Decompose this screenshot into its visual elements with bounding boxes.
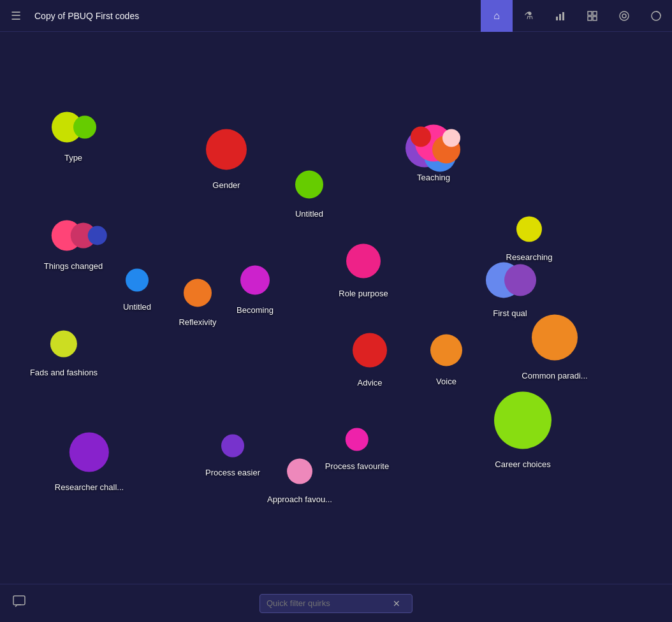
bubble-group-first-qual bbox=[479, 256, 541, 305]
node-researcher-chall[interactable]: Researcher chall... bbox=[55, 426, 124, 492]
filter-clear-button[interactable]: ✕ bbox=[388, 595, 405, 612]
node-label-career-choices: Career choices bbox=[495, 459, 550, 469]
node-approach-favou[interactable]: Approach favou... bbox=[267, 452, 332, 504]
svg-rect-2 bbox=[562, 12, 564, 20]
node-career-choices[interactable]: Career choices bbox=[481, 386, 564, 469]
svg-rect-4 bbox=[593, 11, 597, 15]
bubble-first-qual-1 bbox=[504, 264, 536, 296]
node-label-becoming: Becoming bbox=[237, 305, 274, 315]
bubble-group-untitled2 bbox=[113, 263, 161, 298]
node-label-approach-favou: Approach favou... bbox=[267, 495, 332, 504]
node-gender[interactable]: Gender bbox=[193, 123, 259, 190]
bubble-process-easier-0 bbox=[221, 435, 244, 458]
node-untitled2[interactable]: Untitled bbox=[113, 263, 161, 312]
bubble-researcher-chall-0 bbox=[69, 433, 109, 472]
node-role-purpose[interactable]: Role purpose bbox=[333, 238, 393, 298]
node-becoming[interactable]: Becoming bbox=[228, 259, 282, 315]
bubble-group-researcher-chall bbox=[57, 426, 122, 479]
bubble-group-type bbox=[45, 106, 101, 149]
nav-circle2[interactable] bbox=[640, 0, 672, 32]
bubble-group-career-choices bbox=[481, 386, 564, 456]
main-canvas: TypeGenderUntitledTeachingThings changed… bbox=[0, 32, 672, 584]
bubble-fads-fashions-0 bbox=[50, 331, 77, 358]
node-label-role-purpose: Role purpose bbox=[339, 289, 388, 298]
nav-filter[interactable]: ⚗ bbox=[513, 0, 544, 32]
node-label-process-favourite: Process favourite bbox=[325, 461, 389, 471]
node-label-type: Type bbox=[64, 153, 82, 163]
app-title: Copy of PBUQ First codes bbox=[34, 11, 139, 21]
bubble-untitled2-0 bbox=[126, 269, 149, 292]
nav-grid[interactable] bbox=[576, 0, 608, 32]
nav-icons: ⌂ ⚗ bbox=[481, 0, 672, 31]
bubble-process-favourite-0 bbox=[346, 428, 369, 451]
filter-input-wrap: ✕ bbox=[259, 594, 413, 613]
node-label-untitled2: Untitled bbox=[123, 302, 151, 312]
node-label-common-paradi: Common paradi... bbox=[522, 371, 587, 380]
bubble-untitled1-0 bbox=[295, 171, 323, 199]
node-label-process-easier: Process easier bbox=[205, 468, 260, 477]
bubble-type-1 bbox=[73, 116, 96, 139]
topbar: ☰ Copy of PBUQ First codes ⌂ ⚗ bbox=[0, 0, 672, 32]
chat-icon[interactable] bbox=[13, 595, 26, 611]
node-label-fads-fashions: Fads and fashions bbox=[30, 368, 98, 377]
node-label-gender: Gender bbox=[212, 180, 240, 190]
node-researching[interactable]: Researching bbox=[504, 210, 555, 262]
node-process-favourite[interactable]: Process favourite bbox=[325, 422, 389, 471]
nav-chart[interactable] bbox=[544, 0, 576, 32]
bubble-advice-0 bbox=[353, 333, 387, 368]
svg-rect-1 bbox=[559, 14, 561, 20]
bubble-voice-0 bbox=[430, 335, 462, 366]
node-advice[interactable]: Advice bbox=[340, 327, 400, 387]
node-label-researcher-chall: Researcher chall... bbox=[55, 482, 124, 492]
node-voice[interactable]: Voice bbox=[418, 328, 475, 386]
bubble-approach-favou-0 bbox=[287, 459, 312, 484]
bubble-career-choices-0 bbox=[494, 392, 551, 449]
node-untitled1[interactable]: Untitled bbox=[282, 164, 336, 219]
bubble-group-gender bbox=[193, 123, 259, 177]
bubble-group-untitled1 bbox=[282, 164, 336, 205]
svg-rect-6 bbox=[593, 17, 597, 20]
node-common-paradi[interactable]: Common paradi... bbox=[519, 308, 590, 380]
node-label-things-changed: Things changed bbox=[44, 261, 103, 271]
menu-icon[interactable]: ☰ bbox=[0, 0, 32, 32]
svg-rect-0 bbox=[556, 17, 558, 20]
bubble-things-changed-2 bbox=[88, 226, 107, 245]
node-things-changed[interactable]: Things changed bbox=[44, 214, 103, 271]
node-process-easier[interactable]: Process easier bbox=[205, 428, 260, 477]
svg-rect-3 bbox=[588, 11, 592, 15]
bubble-group-reflexivity bbox=[171, 273, 224, 314]
node-label-reflexivity: Reflexivity bbox=[179, 317, 216, 327]
filter-input[interactable] bbox=[260, 595, 388, 612]
node-label-untitled1: Untitled bbox=[295, 209, 323, 219]
svg-rect-10 bbox=[13, 596, 25, 605]
bubble-group-process-easier bbox=[208, 428, 257, 464]
bubble-group-becoming bbox=[228, 259, 282, 301]
bubble-group-voice bbox=[418, 328, 475, 373]
svg-point-7 bbox=[620, 11, 629, 20]
bubble-group-teaching bbox=[402, 118, 465, 169]
bubble-group-advice bbox=[340, 327, 400, 374]
bubble-common-paradi-0 bbox=[532, 315, 578, 361]
node-label-voice: Voice bbox=[436, 377, 457, 386]
node-reflexivity[interactable]: Reflexivity bbox=[171, 273, 224, 327]
bubble-teaching-4 bbox=[411, 127, 431, 147]
bubble-group-process-favourite bbox=[333, 422, 381, 458]
bubble-group-things-changed bbox=[45, 214, 101, 257]
bubble-group-approach-favou bbox=[274, 452, 325, 491]
nav-circle1[interactable] bbox=[608, 0, 640, 32]
bubble-reflexivity-0 bbox=[184, 279, 212, 307]
bubble-group-role-purpose bbox=[333, 238, 393, 285]
nav-home[interactable]: ⌂ bbox=[481, 0, 513, 32]
bubble-gender-0 bbox=[206, 129, 247, 170]
bubble-group-researching bbox=[504, 210, 555, 249]
node-label-teaching: Teaching bbox=[417, 173, 450, 182]
bottombar: ✕ bbox=[0, 584, 672, 622]
node-fads-fashions[interactable]: Fads and fashions bbox=[30, 324, 98, 377]
node-label-advice: Advice bbox=[357, 378, 382, 387]
node-teaching[interactable]: Teaching bbox=[402, 118, 465, 182]
bubble-becoming-0 bbox=[240, 266, 270, 295]
bubble-group-common-paradi bbox=[519, 308, 590, 367]
bubble-researching-0 bbox=[516, 217, 542, 242]
node-type[interactable]: Type bbox=[45, 106, 101, 163]
bubble-role-purpose-0 bbox=[346, 244, 381, 278]
